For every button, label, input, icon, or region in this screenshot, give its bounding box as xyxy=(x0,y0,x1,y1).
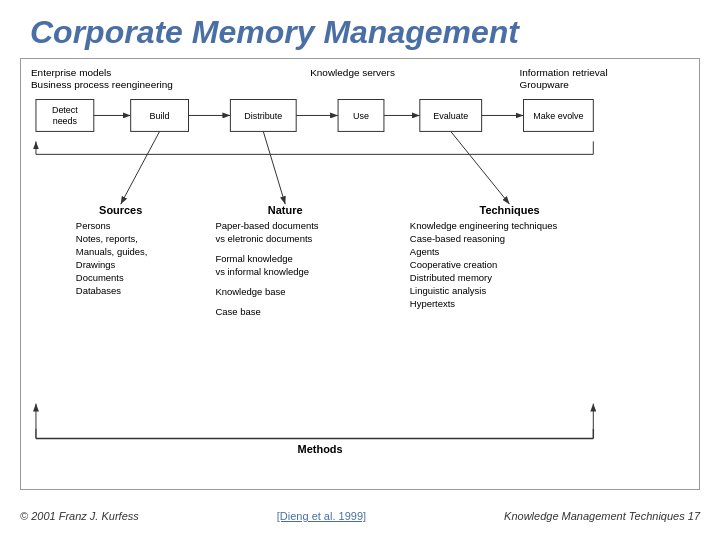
source-3: Manuals, guides, xyxy=(76,246,148,257)
nature-6: Case base xyxy=(215,306,260,317)
tech-4: Cooperative creation xyxy=(410,259,497,270)
citation-link[interactable]: [Dieng et al. 1999] xyxy=(277,510,366,522)
footer: © 2001 Franz J. Kurfess [Dieng et al. 19… xyxy=(0,492,720,540)
svg-text:Build: Build xyxy=(150,111,170,121)
tech-7: Hypertexts xyxy=(410,298,456,309)
page-label: Knowledge Management Techniques 17 xyxy=(504,510,700,522)
tech-5: Distributed memory xyxy=(410,272,492,283)
nature-5: Knowledge base xyxy=(215,286,285,297)
svg-text:needs: needs xyxy=(53,116,78,126)
svg-line-11 xyxy=(263,131,285,204)
header-techniques: Techniques xyxy=(480,204,540,216)
nature-1: Paper-based documents xyxy=(215,220,318,231)
source-1: Persons xyxy=(76,220,111,231)
source-5: Documents xyxy=(76,272,124,283)
svg-line-10 xyxy=(121,131,160,204)
source-4: Drawings xyxy=(76,259,116,270)
svg-text:Make evolve: Make evolve xyxy=(533,111,583,121)
svg-text:Evaluate: Evaluate xyxy=(433,111,468,121)
svg-text:Detect: Detect xyxy=(52,105,78,115)
source-2: Notes, reports, xyxy=(76,233,138,244)
header-nature: Nature xyxy=(268,204,303,216)
label-enterprise-models: Enterprise models xyxy=(31,67,111,78)
slide-container: Corporate Memory Management Enterprise m… xyxy=(0,0,720,540)
tech-3: Agents xyxy=(410,246,440,257)
svg-text:Use: Use xyxy=(353,111,369,121)
label-groupware: Groupware xyxy=(520,79,570,90)
nature-4: vs informal knowledge xyxy=(215,266,309,277)
label-bpr: Business process reengineering xyxy=(31,79,173,90)
nature-3: Formal knowledge xyxy=(215,253,292,264)
label-info-retrieval: Information retrieval xyxy=(520,67,608,78)
tech-1: Knowledge engineering techniques xyxy=(410,220,558,231)
svg-line-12 xyxy=(451,131,510,204)
label-knowledge-servers: Knowledge servers xyxy=(310,67,395,78)
nature-2: vs eletronic documents xyxy=(215,233,312,244)
tech-6: Linguistic analysis xyxy=(410,285,487,296)
label-methods: Methods xyxy=(298,443,343,455)
tech-2: Case-based reasoning xyxy=(410,233,505,244)
svg-text:Distribute: Distribute xyxy=(244,111,282,121)
diagram-svg: Enterprise models Business process reeng… xyxy=(21,59,699,489)
diagram-area: Enterprise models Business process reeng… xyxy=(20,58,700,490)
source-6: Databases xyxy=(76,285,122,296)
header-sources: Sources xyxy=(99,204,142,216)
copyright: © 2001 Franz J. Kurfess xyxy=(20,510,139,522)
slide-title: Corporate Memory Management xyxy=(0,0,720,57)
